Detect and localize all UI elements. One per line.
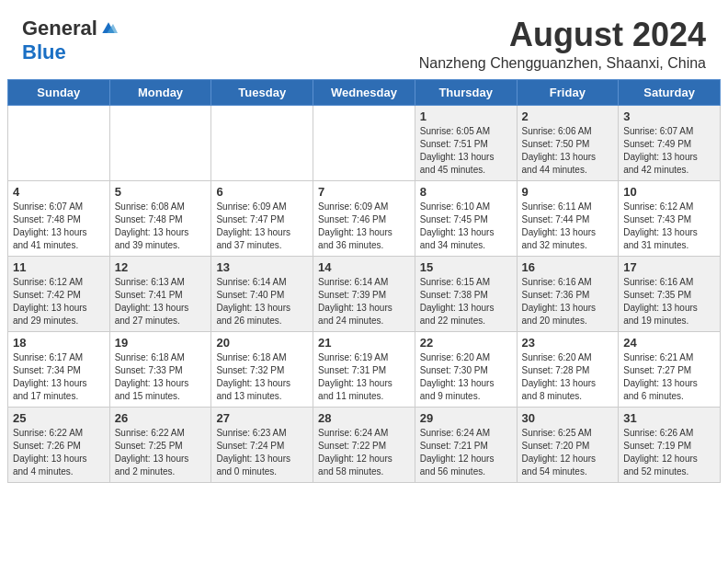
day-info: Sunrise: 6:09 AMSunset: 7:47 PMDaylight:… bbox=[216, 201, 308, 252]
calendar-cell: 16Sunrise: 6:16 AMSunset: 7:36 PMDayligh… bbox=[517, 256, 619, 331]
day-info: Sunrise: 6:14 AMSunset: 7:39 PMDaylight:… bbox=[318, 276, 410, 327]
day-number: 31 bbox=[623, 411, 715, 425]
day-number: 24 bbox=[623, 336, 715, 350]
day-number: 16 bbox=[522, 260, 614, 274]
logo-blue-text: Blue bbox=[22, 40, 66, 64]
calendar-cell bbox=[211, 105, 313, 180]
day-info: Sunrise: 6:18 AMSunset: 7:33 PMDaylight:… bbox=[115, 351, 207, 403]
day-info: Sunrise: 6:09 AMSunset: 7:46 PMDaylight:… bbox=[318, 201, 410, 252]
day-info: Sunrise: 6:16 AMSunset: 7:36 PMDaylight:… bbox=[522, 276, 614, 327]
day-number: 22 bbox=[420, 336, 512, 350]
day-info: Sunrise: 6:19 AMSunset: 7:31 PMDaylight:… bbox=[318, 351, 410, 403]
day-info: Sunrise: 6:15 AMSunset: 7:38 PMDaylight:… bbox=[420, 276, 512, 327]
calendar-cell: 24Sunrise: 6:21 AMSunset: 7:27 PMDayligh… bbox=[619, 331, 721, 407]
calendar-cell: 14Sunrise: 6:14 AMSunset: 7:39 PMDayligh… bbox=[313, 256, 415, 331]
calendar-cell: 31Sunrise: 6:26 AMSunset: 7:19 PMDayligh… bbox=[619, 407, 721, 482]
day-info: Sunrise: 6:18 AMSunset: 7:32 PMDaylight:… bbox=[216, 351, 308, 403]
calendar-cell: 22Sunrise: 6:20 AMSunset: 7:30 PMDayligh… bbox=[415, 331, 517, 407]
day-number: 6 bbox=[216, 185, 308, 199]
day-info: Sunrise: 6:17 AMSunset: 7:34 PMDaylight:… bbox=[13, 351, 105, 403]
col-sunday: Sunday bbox=[8, 79, 110, 105]
calendar-cell: 3Sunrise: 6:07 AMSunset: 7:49 PMDaylight… bbox=[619, 105, 721, 180]
day-number: 4 bbox=[13, 185, 105, 199]
calendar-cell: 5Sunrise: 6:08 AMSunset: 7:48 PMDaylight… bbox=[109, 180, 211, 256]
calendar-week-row: 1Sunrise: 6:05 AMSunset: 7:51 PMDaylight… bbox=[8, 105, 721, 180]
logo-general-text: General bbox=[22, 17, 97, 40]
calendar-cell: 4Sunrise: 6:07 AMSunset: 7:48 PMDaylight… bbox=[8, 180, 110, 256]
day-number: 29 bbox=[420, 411, 512, 425]
day-info: Sunrise: 6:07 AMSunset: 7:49 PMDaylight:… bbox=[623, 125, 715, 177]
calendar-cell: 23Sunrise: 6:20 AMSunset: 7:28 PMDayligh… bbox=[517, 331, 619, 407]
day-number: 1 bbox=[420, 109, 512, 123]
title-block: August 2024 Nanzheng Chengguanzhen, Shaa… bbox=[419, 17, 706, 72]
day-number: 28 bbox=[318, 411, 410, 425]
col-saturday: Saturday bbox=[619, 79, 721, 105]
calendar-table: Sunday Monday Tuesday Wednesday Thursday… bbox=[7, 79, 721, 483]
day-info: Sunrise: 6:25 AMSunset: 7:20 PMDaylight:… bbox=[522, 427, 614, 478]
col-monday: Monday bbox=[109, 79, 211, 105]
logo-icon bbox=[99, 19, 118, 38]
day-info: Sunrise: 6:21 AMSunset: 7:27 PMDaylight:… bbox=[623, 351, 715, 403]
col-wednesday: Wednesday bbox=[313, 79, 415, 105]
day-number: 27 bbox=[216, 411, 308, 425]
calendar-cell bbox=[313, 105, 415, 180]
day-info: Sunrise: 6:06 AMSunset: 7:50 PMDaylight:… bbox=[522, 125, 614, 177]
day-number: 15 bbox=[420, 260, 512, 274]
day-number: 18 bbox=[13, 336, 105, 350]
day-number: 26 bbox=[115, 411, 207, 425]
calendar-cell: 6Sunrise: 6:09 AMSunset: 7:47 PMDaylight… bbox=[211, 180, 313, 256]
header: General Blue August 2024 Nanzheng Chengg… bbox=[0, 0, 728, 79]
day-info: Sunrise: 6:07 AMSunset: 7:48 PMDaylight:… bbox=[13, 201, 105, 252]
calendar-cell: 10Sunrise: 6:12 AMSunset: 7:43 PMDayligh… bbox=[619, 180, 721, 256]
calendar-cell: 12Sunrise: 6:13 AMSunset: 7:41 PMDayligh… bbox=[109, 256, 211, 331]
day-info: Sunrise: 6:22 AMSunset: 7:25 PMDaylight:… bbox=[115, 427, 207, 478]
logo: General Blue bbox=[22, 17, 118, 64]
calendar-cell: 20Sunrise: 6:18 AMSunset: 7:32 PMDayligh… bbox=[211, 331, 313, 407]
day-info: Sunrise: 6:24 AMSunset: 7:21 PMDaylight:… bbox=[420, 427, 512, 478]
day-info: Sunrise: 6:12 AMSunset: 7:43 PMDaylight:… bbox=[623, 201, 715, 252]
calendar-cell: 30Sunrise: 6:25 AMSunset: 7:20 PMDayligh… bbox=[517, 407, 619, 482]
day-info: Sunrise: 6:14 AMSunset: 7:40 PMDaylight:… bbox=[216, 276, 308, 327]
calendar-cell: 13Sunrise: 6:14 AMSunset: 7:40 PMDayligh… bbox=[211, 256, 313, 331]
day-number: 25 bbox=[13, 411, 105, 425]
day-number: 13 bbox=[216, 260, 308, 274]
calendar-cell: 8Sunrise: 6:10 AMSunset: 7:45 PMDaylight… bbox=[415, 180, 517, 256]
calendar-container: Sunday Monday Tuesday Wednesday Thursday… bbox=[0, 79, 728, 490]
day-number: 8 bbox=[420, 185, 512, 199]
day-number: 3 bbox=[623, 109, 715, 123]
day-number: 17 bbox=[623, 260, 715, 274]
calendar-cell: 17Sunrise: 6:16 AMSunset: 7:35 PMDayligh… bbox=[619, 256, 721, 331]
calendar-cell: 11Sunrise: 6:12 AMSunset: 7:42 PMDayligh… bbox=[8, 256, 110, 331]
col-thursday: Thursday bbox=[415, 79, 517, 105]
day-info: Sunrise: 6:16 AMSunset: 7:35 PMDaylight:… bbox=[623, 276, 715, 327]
day-number: 23 bbox=[522, 336, 614, 350]
day-number: 12 bbox=[115, 260, 207, 274]
day-number: 11 bbox=[13, 260, 105, 274]
day-number: 5 bbox=[115, 185, 207, 199]
calendar-header-row: Sunday Monday Tuesday Wednesday Thursday… bbox=[8, 79, 721, 105]
day-number: 2 bbox=[522, 109, 614, 123]
calendar-cell: 7Sunrise: 6:09 AMSunset: 7:46 PMDaylight… bbox=[313, 180, 415, 256]
month-year-title: August 2024 bbox=[419, 17, 706, 53]
day-number: 14 bbox=[318, 260, 410, 274]
day-info: Sunrise: 6:22 AMSunset: 7:26 PMDaylight:… bbox=[13, 427, 105, 478]
day-number: 20 bbox=[216, 336, 308, 350]
day-number: 7 bbox=[318, 185, 410, 199]
calendar-cell: 19Sunrise: 6:18 AMSunset: 7:33 PMDayligh… bbox=[109, 331, 211, 407]
day-number: 10 bbox=[623, 185, 715, 199]
calendar-cell bbox=[109, 105, 211, 180]
location-subtitle: Nanzheng Chengguanzhen, Shaanxi, China bbox=[419, 55, 706, 72]
calendar-cell: 18Sunrise: 6:17 AMSunset: 7:34 PMDayligh… bbox=[8, 331, 110, 407]
calendar-cell: 29Sunrise: 6:24 AMSunset: 7:21 PMDayligh… bbox=[415, 407, 517, 482]
day-info: Sunrise: 6:13 AMSunset: 7:41 PMDaylight:… bbox=[115, 276, 207, 327]
day-info: Sunrise: 6:08 AMSunset: 7:48 PMDaylight:… bbox=[115, 201, 207, 252]
calendar-week-row: 4Sunrise: 6:07 AMSunset: 7:48 PMDaylight… bbox=[8, 180, 721, 256]
day-info: Sunrise: 6:11 AMSunset: 7:44 PMDaylight:… bbox=[522, 201, 614, 252]
calendar-week-row: 25Sunrise: 6:22 AMSunset: 7:26 PMDayligh… bbox=[8, 407, 721, 482]
day-info: Sunrise: 6:20 AMSunset: 7:30 PMDaylight:… bbox=[420, 351, 512, 403]
day-info: Sunrise: 6:12 AMSunset: 7:42 PMDaylight:… bbox=[13, 276, 105, 327]
day-info: Sunrise: 6:23 AMSunset: 7:24 PMDaylight:… bbox=[216, 427, 308, 478]
day-info: Sunrise: 6:20 AMSunset: 7:28 PMDaylight:… bbox=[522, 351, 614, 403]
calendar-cell: 25Sunrise: 6:22 AMSunset: 7:26 PMDayligh… bbox=[8, 407, 110, 482]
day-info: Sunrise: 6:26 AMSunset: 7:19 PMDaylight:… bbox=[623, 427, 715, 478]
